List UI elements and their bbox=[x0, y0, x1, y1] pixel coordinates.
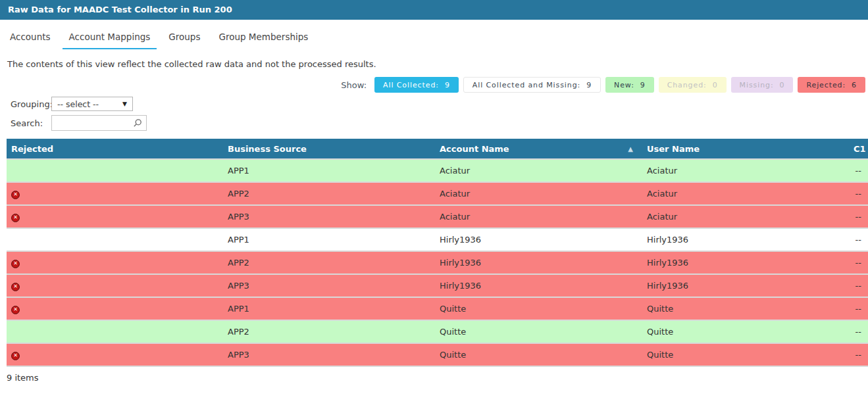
raw-data-table: Rejected Business Source Account Name ▲ … bbox=[7, 139, 868, 367]
table-row[interactable]: ✕ APP1 Aciatur Aciatur -- bbox=[7, 159, 868, 182]
tab-accounts[interactable]: Accounts bbox=[3, 28, 57, 49]
cell-rejected: ✕ bbox=[7, 182, 223, 205]
filter-all-collected-and-missing[interactable]: All Collected and Missing: 9 bbox=[463, 77, 601, 93]
tab-account-mappings[interactable]: Account Mappings bbox=[63, 28, 157, 49]
filter-new[interactable]: New: 9 bbox=[605, 77, 654, 93]
cell-account-name: Hirly1936 bbox=[435, 228, 642, 251]
search-icon[interactable] bbox=[132, 118, 146, 128]
search-box bbox=[51, 115, 147, 131]
cell-rejected: ✕ bbox=[7, 343, 223, 366]
cell-business-source: APP3 bbox=[223, 205, 435, 228]
cell-rejected: ✕ bbox=[7, 205, 223, 228]
filter-count: 9 bbox=[640, 81, 646, 89]
filter-missing[interactable]: Missing: 0 bbox=[731, 77, 794, 93]
cell-user-name: Quitte bbox=[642, 297, 849, 320]
table-row[interactable]: ✕ APP3 Quitte Quitte -- bbox=[7, 343, 868, 366]
cell-c1: -- bbox=[849, 182, 868, 205]
grouping-selected-value: -- select -- bbox=[57, 99, 99, 109]
filter-label: Changed: bbox=[667, 81, 707, 89]
filter-changed[interactable]: Changed: 0 bbox=[659, 77, 727, 93]
grouping-row: Grouping: -- select -- ▼ bbox=[11, 97, 868, 111]
column-header-c1[interactable]: C1 bbox=[849, 139, 868, 159]
grouping-select[interactable]: -- select -- ▼ bbox=[51, 97, 133, 111]
rejected-icon: ✕ bbox=[11, 214, 20, 222]
filter-count: 0 bbox=[780, 81, 785, 89]
table-row[interactable]: ✕ APP3 Hirly1936 Hirly1936 -- bbox=[7, 274, 868, 297]
filter-count: 9 bbox=[586, 81, 592, 89]
table-row[interactable]: ✕ APP2 Quitte Quitte -- bbox=[7, 320, 868, 343]
table-row[interactable]: ✕ APP3 Aciatur Aciatur -- bbox=[7, 205, 868, 228]
cell-business-source: APP1 bbox=[223, 159, 435, 182]
rejected-icon: ✕ bbox=[11, 260, 20, 268]
table-row[interactable]: ✕ APP1 Hirly1936 Hirly1936 -- bbox=[7, 228, 868, 251]
cell-account-name: Quitte bbox=[435, 297, 642, 320]
tab-strip: Accounts Account Mappings Groups Group M… bbox=[0, 28, 868, 49]
rejected-icon: ✕ bbox=[11, 352, 20, 360]
cell-business-source: APP2 bbox=[223, 251, 435, 274]
column-header-user-name[interactable]: User Name bbox=[642, 139, 849, 159]
filter-bar: Show: All Collected: 9 All Collected and… bbox=[0, 77, 865, 93]
tab-group-memberships[interactable]: Group Memberships bbox=[212, 28, 315, 49]
cell-business-source: APP1 bbox=[223, 228, 435, 251]
column-header-account-name[interactable]: Account Name ▲ bbox=[435, 139, 642, 159]
cell-business-source: APP2 bbox=[223, 320, 435, 343]
rejected-icon: ✕ bbox=[11, 283, 20, 291]
search-label: Search: bbox=[11, 118, 51, 128]
cell-business-source: APP2 bbox=[223, 182, 435, 205]
sort-ascending-icon: ▲ bbox=[628, 145, 633, 153]
page-title: Raw Data for MAADC Test Collector in Run… bbox=[8, 5, 232, 14]
show-label: Show: bbox=[341, 80, 367, 90]
table-row[interactable]: ✕ APP2 Hirly1936 Hirly1936 -- bbox=[7, 251, 868, 274]
grouping-label: Grouping: bbox=[11, 99, 51, 109]
cell-rejected: ✕ bbox=[7, 297, 223, 320]
raw-data-table-wrap: Rejected Business Source Account Name ▲ … bbox=[7, 139, 868, 367]
cell-c1: -- bbox=[849, 343, 868, 366]
view-description: The contents of this view reflect the co… bbox=[7, 59, 868, 69]
cell-c1: -- bbox=[849, 251, 868, 274]
filter-count: 0 bbox=[713, 81, 718, 89]
cell-account-name: Aciatur bbox=[435, 182, 642, 205]
window-title-bar: Raw Data for MAADC Test Collector in Run… bbox=[0, 0, 868, 20]
cell-user-name: Quitte bbox=[642, 320, 849, 343]
cell-account-name: Aciatur bbox=[435, 159, 642, 182]
filter-label: Missing: bbox=[740, 81, 774, 89]
cell-account-name: Quitte bbox=[435, 343, 642, 366]
cell-user-name: Aciatur bbox=[642, 182, 849, 205]
cell-rejected: ✕ bbox=[7, 228, 223, 251]
cell-account-name: Hirly1936 bbox=[435, 251, 642, 274]
table-body: ✕ APP1 Aciatur Aciatur -- ✕ APP2 Aciatur… bbox=[7, 159, 868, 366]
filter-rejected[interactable]: Rejected: 6 bbox=[798, 77, 865, 93]
cell-c1: -- bbox=[849, 159, 868, 182]
column-header-label: Account Name bbox=[440, 144, 509, 154]
table-header-row: Rejected Business Source Account Name ▲ … bbox=[7, 139, 868, 159]
cell-business-source: APP3 bbox=[223, 274, 435, 297]
cell-user-name: Aciatur bbox=[642, 205, 849, 228]
cell-rejected: ✕ bbox=[7, 159, 223, 182]
cell-business-source: APP1 bbox=[223, 297, 435, 320]
cell-user-name: Quitte bbox=[642, 343, 849, 366]
cell-c1: -- bbox=[849, 320, 868, 343]
cell-c1: -- bbox=[849, 297, 868, 320]
column-header-rejected[interactable]: Rejected bbox=[7, 139, 223, 159]
cell-rejected: ✕ bbox=[7, 274, 223, 297]
table-row[interactable]: ✕ APP1 Quitte Quitte -- bbox=[7, 297, 868, 320]
cell-account-name: Hirly1936 bbox=[435, 274, 642, 297]
filter-all-collected[interactable]: All Collected: 9 bbox=[374, 77, 459, 93]
cell-user-name: Aciatur bbox=[642, 159, 849, 182]
cell-account-name: Aciatur bbox=[435, 205, 642, 228]
table-row[interactable]: ✕ APP2 Aciatur Aciatur -- bbox=[7, 182, 868, 205]
items-count: 9 items bbox=[7, 373, 868, 383]
filter-count: 6 bbox=[852, 81, 857, 89]
rejected-icon: ✕ bbox=[11, 191, 20, 199]
search-input[interactable] bbox=[52, 116, 132, 130]
search-row: Search: bbox=[11, 115, 868, 131]
column-header-business-source[interactable]: Business Source bbox=[223, 139, 435, 159]
cell-rejected: ✕ bbox=[7, 251, 223, 274]
filter-label: All Collected and Missing: bbox=[472, 81, 580, 89]
filter-count: 9 bbox=[445, 81, 450, 89]
tab-groups[interactable]: Groups bbox=[162, 28, 207, 49]
cell-c1: -- bbox=[849, 205, 868, 228]
cell-c1: -- bbox=[849, 228, 868, 251]
filter-label: Rejected: bbox=[806, 81, 846, 89]
cell-account-name: Quitte bbox=[435, 320, 642, 343]
